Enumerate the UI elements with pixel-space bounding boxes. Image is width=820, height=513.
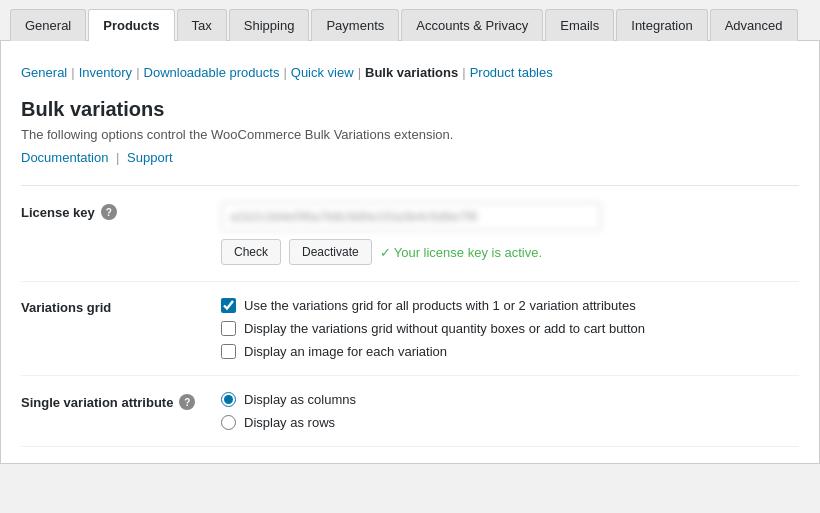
variations-grid-option-1: Use the variations grid for all products… [221,298,799,313]
variations-grid-label: Variations grid [21,298,221,315]
subnav-general[interactable]: General [21,65,67,80]
tab-payments[interactable]: Payments [311,9,399,41]
content-area: General | Inventory | Downloadable produ… [0,41,820,464]
variations-grid-checkbox-1[interactable] [221,298,236,313]
tab-products[interactable]: Products [88,9,174,41]
single-variation-row: Single variation attribute ? Display as … [21,376,799,447]
single-variation-option-2-label: Display as rows [244,415,335,430]
single-variation-help-icon[interactable]: ? [179,394,195,410]
separator-4: | [358,65,361,80]
single-variation-control: Display as columns Display as rows [221,392,799,430]
doc-separator: | [116,150,123,165]
sub-navigation: General | Inventory | Downloadable produ… [21,57,799,90]
license-active-message: ✓Your license key is active. [380,245,542,260]
tab-general[interactable]: General [10,9,86,41]
license-key-label: License key ? [21,202,221,220]
checkmark-icon: ✓ [380,245,391,260]
tab-emails[interactable]: Emails [545,9,614,41]
license-key-row: License key ? Check Deactivate ✓Your lic… [21,186,799,282]
variations-grid-option-2: Display the variations grid without quan… [221,321,799,336]
deactivate-button[interactable]: Deactivate [289,239,372,265]
tab-tax[interactable]: Tax [177,9,227,41]
check-button[interactable]: Check [221,239,281,265]
license-key-control: Check Deactivate ✓Your license key is ac… [221,202,799,265]
subnav-downloadable[interactable]: Downloadable products [144,65,280,80]
tab-shipping[interactable]: Shipping [229,9,310,41]
tab-accounts-privacy[interactable]: Accounts & Privacy [401,9,543,41]
single-variation-radio-1[interactable] [221,392,236,407]
separator-2: | [136,65,139,80]
documentation-link[interactable]: Documentation [21,150,108,165]
single-variation-option-1-label: Display as columns [244,392,356,407]
page-title: Bulk variations [21,98,799,121]
subnav-quickview[interactable]: Quick view [291,65,354,80]
tab-advanced[interactable]: Advanced [710,9,798,41]
single-variation-option-1: Display as columns [221,392,799,407]
license-key-help-icon[interactable]: ? [101,204,117,220]
license-button-row: Check Deactivate ✓Your license key is ac… [221,239,799,265]
support-link[interactable]: Support [127,150,173,165]
page-description: The following options control the WooCom… [21,127,799,142]
separator-1: | [71,65,74,80]
separator-3: | [283,65,286,80]
single-variation-option-2: Display as rows [221,415,799,430]
license-key-input[interactable] [221,202,601,231]
variations-grid-control: Use the variations grid for all products… [221,298,799,359]
variations-grid-checkbox-3[interactable] [221,344,236,359]
subnav-inventory[interactable]: Inventory [79,65,132,80]
single-variation-label: Single variation attribute ? [21,392,221,410]
doc-links: Documentation | Support [21,150,799,165]
variations-grid-option-3: Display an image for each variation [221,344,799,359]
variations-grid-option-2-label: Display the variations grid without quan… [244,321,645,336]
single-variation-radio-2[interactable] [221,415,236,430]
variations-grid-checkbox-2[interactable] [221,321,236,336]
subnav-bulk-variations: Bulk variations [365,65,458,80]
separator-5: | [462,65,465,80]
tab-navigation: General Products Tax Shipping Payments A… [0,0,820,41]
variations-grid-row: Variations grid Use the variations grid … [21,282,799,376]
subnav-product-tables[interactable]: Product tables [470,65,553,80]
variations-grid-option-1-label: Use the variations grid for all products… [244,298,636,313]
variations-grid-option-3-label: Display an image for each variation [244,344,447,359]
settings-table: License key ? Check Deactivate ✓Your lic… [21,185,799,447]
tab-integration[interactable]: Integration [616,9,707,41]
